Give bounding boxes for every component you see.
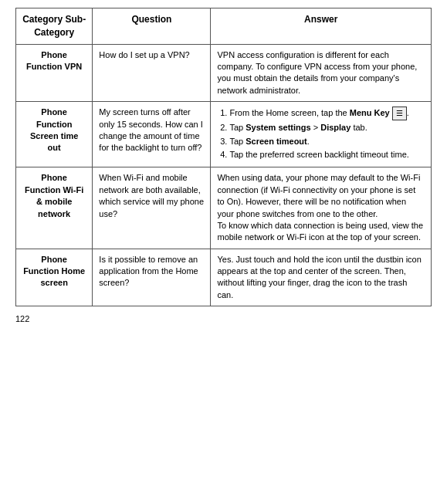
category-cell: Phone Function VPN — [16, 44, 93, 102]
table-row: Phone Function Screen time out My screen… — [16, 102, 432, 167]
bold-text: Menu Key — [350, 108, 390, 117]
answer-cell: Yes. Just touch and hold the icon until … — [211, 249, 432, 306]
question-cell: Is it possible to remove an application … — [93, 249, 211, 306]
category-cell: Phone Function Wi-Fi & mobile network — [16, 167, 93, 249]
menu-key-icon: ☰ — [392, 107, 407, 120]
category-cell: Phone Function Home screen — [16, 249, 93, 306]
answer-item: From the Home screen, tap the Menu Key ☰… — [229, 107, 425, 120]
header-answer: Answer — [211, 8, 432, 45]
question-cell: When Wi-Fi and mobile network are both a… — [93, 167, 211, 249]
answer-text: When using data, your phone may default … — [217, 173, 420, 218]
answer-item: Tap the preferred screen backlight timeo… — [229, 149, 425, 161]
header-question: Question — [93, 8, 211, 45]
table-row: Phone Function Wi-Fi & mobile network Wh… — [16, 167, 432, 249]
category-cell: Phone Function Screen time out — [16, 102, 93, 167]
question-cell: How do I set up a VPN? — [93, 44, 211, 102]
answer-cell: When using data, your phone may default … — [211, 167, 432, 249]
table-row: Phone Function VPN How do I set up a VPN… — [16, 44, 432, 102]
question-cell: My screen turns off after only 15 second… — [93, 102, 211, 167]
answer-text-2: To know which data connection is being u… — [217, 221, 423, 242]
answer-item: Tap Screen timeout. — [229, 136, 425, 147]
header-category: Category Sub-Category — [16, 8, 93, 45]
table-row: Phone Function Home screen Is it possibl… — [16, 249, 432, 306]
faq-table: Category Sub-Category Question Answer Ph… — [15, 8, 432, 306]
answer-cell: From the Home screen, tap the Menu Key ☰… — [211, 102, 432, 167]
bold-text: Screen timeout — [246, 137, 306, 146]
answer-item: Tap System settings > Display tab. — [229, 122, 425, 134]
page-number: 122 — [15, 314, 432, 323]
answer-cell: VPN access configuration is different fo… — [211, 44, 432, 102]
bold-text: System settings — [246, 123, 310, 132]
bold-text: Display — [320, 123, 350, 132]
